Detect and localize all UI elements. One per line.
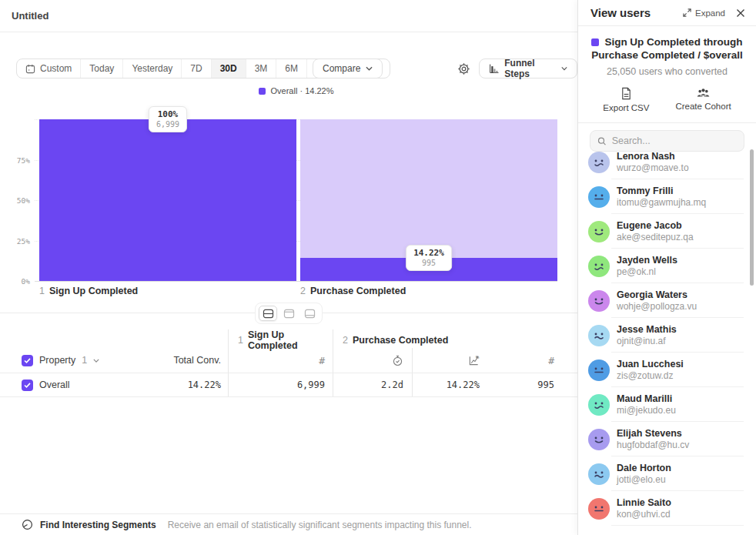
legend-label: Overall · 14.22%: [271, 86, 334, 95]
user-email: ojnit@inu.af: [617, 336, 677, 347]
date-range-yesterday[interactable]: Yesterday: [122, 59, 181, 78]
user-list-item[interactable]: Juan Lucchesizis@zotuw.dz: [578, 353, 756, 387]
tooltip-percent: 14.22%: [413, 248, 444, 258]
user-list-item[interactable]: Dale Hortonjotti@elo.eu: [578, 456, 756, 491]
x-axis-labels: 1 Sign Up Completed 2 Purchase Completed: [35, 286, 557, 298]
layout-split-equal-button[interactable]: [259, 306, 277, 321]
user-name: Tommy Frilli: [617, 185, 706, 197]
time-to-convert-value[interactable]: 2.2d: [333, 373, 412, 396]
find-segments-link[interactable]: Find Interesting Segments: [40, 520, 156, 530]
user-name: Elijah Stevens: [617, 427, 689, 440]
user-email: wohje@pollogza.vu: [617, 301, 697, 313]
funnel-bar-step1[interactable]: [39, 119, 296, 281]
user-name: Linnie Saito: [617, 497, 671, 509]
avatar: [588, 290, 610, 312]
layout-chart-focus-button[interactable]: [279, 306, 298, 321]
avatar: [588, 463, 610, 485]
y-axis-tick: 0%: [2, 277, 30, 286]
step2-count-header-hash-icon: #: [489, 348, 577, 373]
doodle-face-icon: [588, 463, 610, 485]
date-range-custom[interactable]: Custom: [17, 59, 80, 78]
user-list-item[interactable]: Elijah Stevenshugfobdaf@hu.cv: [578, 422, 756, 456]
avatar: [588, 325, 610, 346]
check-icon: [24, 383, 31, 388]
layout-table-focus-button[interactable]: [300, 306, 319, 321]
step1-count-value[interactable]: 6,999: [228, 373, 333, 396]
gear-icon: [457, 62, 470, 75]
tooltip-percent: 100%: [156, 109, 179, 119]
report-title[interactable]: Untitled: [12, 10, 49, 22]
user-list-item[interactable]: Jayden Wellspe@ok.nl: [578, 249, 756, 283]
date-range-6m[interactable]: 6M: [276, 59, 306, 78]
layout-split-bottom-icon: [304, 309, 316, 319]
user-email: jotti@elo.eu: [617, 474, 671, 486]
funnel-chart: 75% 50% 25% 0% 100% 6,999 14.22% 995: [35, 119, 557, 282]
doodle-face-icon: [588, 290, 610, 312]
compare-button[interactable]: Compare: [313, 59, 383, 79]
user-name: Juan Lucchesi: [617, 358, 684, 370]
cohort-summary-title: Sign Up Completed through Purchase Compl…: [586, 35, 748, 62]
create-cohort-button[interactable]: Create Cohort: [675, 87, 731, 112]
property-selector[interactable]: Property 1: [22, 355, 99, 366]
visualization-selector[interactable]: Funnel Steps: [479, 59, 577, 79]
date-range-today[interactable]: Today: [80, 59, 122, 78]
overall-checkbox[interactable]: [22, 380, 33, 391]
user-list-item[interactable]: Lenora Nashwurzo@moave.to: [578, 145, 756, 179]
funnel-chart-icon: [489, 63, 499, 74]
property-checkbox[interactable]: [22, 355, 33, 366]
user-list-item[interactable]: Jesse Mathisojnit@inu.af: [578, 318, 756, 353]
table-step-header-row: 1 Sign Up Completed 2 Purchase Completed: [0, 329, 577, 348]
row-label: Overall: [39, 380, 70, 390]
layout-split-top-icon: [283, 309, 295, 319]
chart-settings-button[interactable]: [454, 60, 473, 77]
conversion-rate-value[interactable]: 14.22%: [412, 373, 489, 396]
table-row-overall: Overall 14.22% 6,999 2.2d 14.22% 995: [0, 373, 577, 397]
avatar: [588, 359, 610, 381]
x-step-label-2: 2 Purchase Completed: [300, 286, 406, 296]
user-list-item[interactable]: Linnie Saitokon@uhvi.cd: [578, 491, 756, 526]
step2-count-value[interactable]: 995: [489, 373, 577, 396]
panel-title: View users: [590, 6, 683, 19]
doodle-face-icon: [588, 325, 610, 346]
tooltip-step2: 14.22% 995: [406, 245, 452, 271]
cohort-summary: Sign Up Completed through Purchase Compl…: [578, 26, 756, 123]
doodle-face-icon: [588, 152, 610, 173]
app-window: Untitled Custom Today Yesterday 7D 30D 3…: [0, 0, 756, 535]
user-list-item[interactable]: Georgia Waterswohje@pollogza.vu: [578, 283, 756, 318]
date-range-30d[interactable]: 30D: [211, 59, 246, 78]
export-csv-button[interactable]: Export CSV: [603, 87, 649, 112]
total-conv-header: Total Conv.: [173, 355, 221, 366]
doodle-face-icon: [588, 429, 610, 450]
check-icon: [24, 358, 31, 363]
avatar: [588, 498, 610, 520]
user-name: Jayden Wells: [617, 254, 677, 266]
user-list-item[interactable]: Eugene Jacobake@seditepuz.qa: [578, 214, 756, 249]
user-email: zis@zotuw.dz: [617, 370, 684, 382]
x-step-label-1: 1 Sign Up Completed: [39, 286, 138, 296]
date-range-7d[interactable]: 7D: [181, 59, 210, 78]
find-segments-description: Receive an email of statistically signif…: [168, 520, 472, 530]
user-name: Georgia Waters: [617, 289, 697, 301]
user-email: hugfobdaf@hu.cv: [617, 440, 689, 451]
tooltip-step1: 100% 6,999: [149, 106, 187, 132]
date-range-3m[interactable]: 3M: [246, 59, 276, 78]
scrollbar-thumb[interactable]: [750, 149, 754, 286]
total-conv-value[interactable]: 14.22%: [188, 380, 221, 390]
avatar: [588, 394, 610, 416]
avatar: [588, 186, 610, 208]
user-list-item[interactable]: Tommy Frilliitomu@gawmujha.mq: [578, 179, 756, 214]
user-list-item[interactable]: Maud Marillimi@jekudo.eu: [578, 387, 756, 422]
user-email: itomu@gawmujha.mq: [617, 197, 706, 209]
conversion-rate-icon: %: [468, 355, 480, 366]
legend-item-overall[interactable]: Overall · 14.22%: [259, 86, 334, 95]
chevron-down-icon: [93, 359, 99, 363]
user-email: pe@ok.nl: [617, 266, 677, 278]
legend-swatch: [259, 88, 266, 95]
expand-icon: [683, 8, 691, 17]
user-name: Jesse Mathis: [617, 323, 677, 336]
expand-button[interactable]: Expand: [683, 8, 725, 18]
close-panel-button[interactable]: [736, 8, 745, 18]
doodle-face-icon: [588, 221, 610, 242]
step1-count-header-hash-icon: #: [228, 348, 333, 373]
user-name: Lenora Nash: [617, 150, 689, 162]
